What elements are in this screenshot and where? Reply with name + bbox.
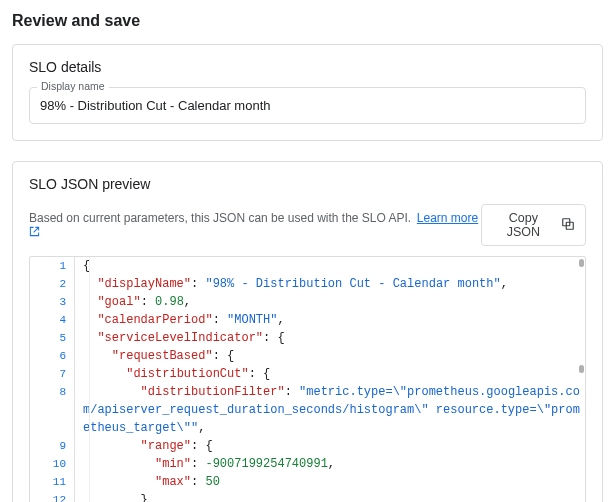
copy-json-button[interactable]: Copy JSON bbox=[481, 204, 586, 246]
code-line: 7 "distributionCut": { bbox=[30, 365, 585, 383]
copy-icon bbox=[561, 217, 575, 234]
code-line: 6 "requestBased": { bbox=[30, 347, 585, 365]
display-name-input[interactable] bbox=[29, 87, 586, 124]
code-line: 2 "displayName": "98% - Distribution Cut… bbox=[30, 275, 585, 293]
page-title: Review and save bbox=[12, 12, 603, 30]
code-line: 5 "serviceLevelIndicator": { bbox=[30, 329, 585, 347]
code-line: 10 "min": -9007199254740991, bbox=[30, 455, 585, 473]
slo-details-card: SLO details Display name bbox=[12, 44, 603, 141]
code-line: 8 "distributionFilter": "metric.type=\"p… bbox=[30, 383, 585, 437]
code-line: 4 "calendarPeriod": "MONTH", bbox=[30, 311, 585, 329]
copy-json-label: Copy JSON bbox=[492, 211, 555, 239]
learn-more-link[interactable]: Learn more bbox=[417, 211, 478, 225]
code-line: 9 "range": { bbox=[30, 437, 585, 455]
json-preview-title: SLO JSON preview bbox=[29, 176, 586, 192]
slo-details-title: SLO details bbox=[29, 59, 586, 75]
json-code-preview: 1{2 "displayName": "98% - Distribution C… bbox=[29, 256, 586, 502]
code-line: 12 } bbox=[30, 491, 585, 502]
code-line: 11 "max": 50 bbox=[30, 473, 585, 491]
display-name-label: Display name bbox=[37, 80, 109, 92]
display-name-field: Display name bbox=[29, 87, 586, 124]
json-preview-card: SLO JSON preview Based on current parame… bbox=[12, 161, 603, 502]
code-line: 3 "goal": 0.98, bbox=[30, 293, 585, 311]
code-line: 1{ bbox=[30, 257, 585, 275]
external-link-icon bbox=[29, 225, 40, 240]
json-preview-helper: Based on current parameters, this JSON c… bbox=[29, 211, 411, 225]
